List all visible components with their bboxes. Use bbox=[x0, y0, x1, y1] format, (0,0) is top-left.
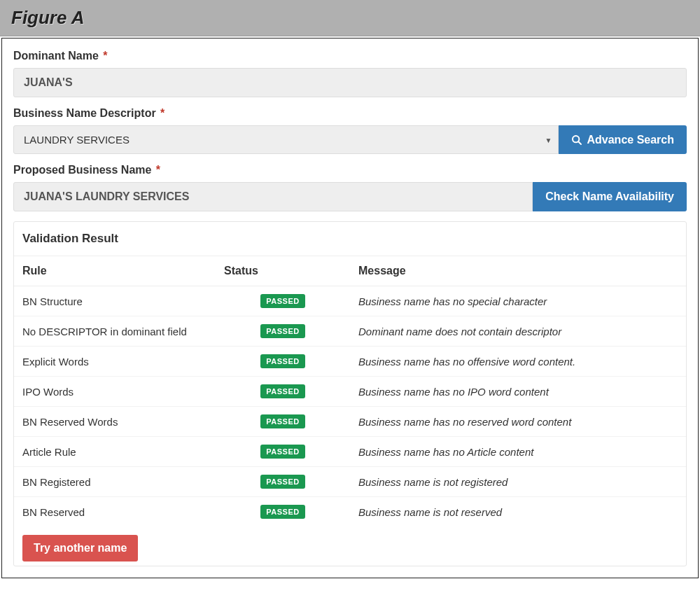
required-mark: * bbox=[160, 107, 164, 119]
status-badge: PASSED bbox=[260, 445, 304, 459]
search-icon bbox=[571, 134, 582, 146]
svg-line-1 bbox=[578, 141, 581, 144]
try-another-name-button[interactable]: Try another name bbox=[22, 535, 138, 561]
dominant-name-group: Dominant Name * bbox=[13, 50, 687, 97]
required-mark: * bbox=[103, 50, 107, 62]
proposed-name-input[interactable]: JUANA'S LAUNDRY SERVICES bbox=[13, 182, 533, 211]
rule-cell: BN Reserved Words bbox=[14, 407, 216, 437]
table-row: BN Reserved WordsPASSEDBusiness name has… bbox=[14, 407, 686, 437]
table-row: IPO WordsPASSEDBusiness name has no IPO … bbox=[14, 377, 686, 407]
table-row: Explicit WordsPASSEDBusiness name has no… bbox=[14, 347, 686, 377]
col-header-message: Message bbox=[350, 256, 686, 286]
table-row: BN StructurePASSEDBusiness name has no s… bbox=[14, 286, 686, 316]
status-badge: PASSED bbox=[260, 324, 304, 338]
descriptor-group: Business Name Descriptor * LAUNDRY SERVI… bbox=[13, 107, 687, 154]
col-header-status: Status bbox=[216, 256, 350, 286]
rule-cell: No DESCRIPTOR in dominant field bbox=[14, 316, 216, 347]
rule-cell: Explicit Words bbox=[14, 347, 216, 377]
check-availability-button[interactable]: Check Name Availability bbox=[533, 182, 687, 211]
status-cell: PASSED bbox=[216, 407, 350, 437]
try-another-name-label: Try another name bbox=[34, 542, 127, 554]
message-cell: Business name has no reserved word conte… bbox=[350, 407, 686, 437]
status-cell: PASSED bbox=[216, 316, 350, 347]
validation-result-title: Validation Result bbox=[14, 222, 686, 256]
status-cell: PASSED bbox=[216, 437, 350, 467]
rule-cell: Article Rule bbox=[14, 437, 216, 467]
table-row: No DESCRIPTOR in dominant fieldPASSEDDom… bbox=[14, 316, 686, 347]
message-cell: Business name has no offensive word cont… bbox=[350, 347, 686, 377]
validation-table: Rule Status Message BN StructurePASSEDBu… bbox=[14, 256, 686, 526]
rule-cell: BN Structure bbox=[14, 286, 216, 316]
proposed-name-label-text: Proposed Business Name bbox=[13, 164, 151, 176]
message-cell: Business name has no Article content bbox=[350, 437, 686, 467]
col-header-rule: Rule bbox=[14, 256, 216, 286]
advance-search-label: Advance Search bbox=[587, 134, 674, 146]
status-cell: PASSED bbox=[216, 467, 350, 497]
descriptor-select[interactable]: LAUNDRY SERVICES bbox=[13, 125, 559, 154]
advance-search-button[interactable]: Advance Search bbox=[559, 125, 687, 154]
form-panel: Dominant Name * Business Name Descriptor… bbox=[1, 38, 699, 578]
status-badge: PASSED bbox=[260, 475, 304, 489]
status-badge: PASSED bbox=[260, 414, 304, 428]
status-badge: PASSED bbox=[260, 354, 304, 368]
status-cell: PASSED bbox=[216, 286, 350, 316]
proposed-name-label: Proposed Business Name * bbox=[13, 164, 687, 176]
descriptor-select-wrap: LAUNDRY SERVICES ▼ bbox=[13, 125, 559, 154]
status-badge: PASSED bbox=[260, 505, 304, 519]
check-availability-label: Check Name Availability bbox=[545, 190, 674, 203]
status-cell: PASSED bbox=[216, 347, 350, 377]
dominant-name-input[interactable] bbox=[13, 68, 687, 97]
rule-cell: BN Registered bbox=[14, 467, 216, 497]
status-badge: PASSED bbox=[260, 294, 304, 308]
descriptor-label: Business Name Descriptor * bbox=[13, 107, 687, 120]
proposed-name-group: Proposed Business Name * JUANA'S LAUNDRY… bbox=[13, 164, 687, 211]
figure-header: Figure A bbox=[0, 0, 700, 36]
rule-cell: IPO Words bbox=[14, 377, 216, 407]
descriptor-label-text: Business Name Descriptor bbox=[13, 107, 156, 119]
status-cell: PASSED bbox=[216, 377, 350, 407]
rule-cell: BN Reserved bbox=[14, 497, 216, 527]
figure-title: Figure A bbox=[11, 7, 84, 28]
dominant-name-label-text: Dominant Name bbox=[13, 50, 99, 62]
required-mark: * bbox=[156, 164, 160, 176]
message-cell: Dominant name does not contain descripto… bbox=[350, 316, 686, 347]
table-row: BN RegisteredPASSEDBusiness name is not … bbox=[14, 467, 686, 497]
status-cell: PASSED bbox=[216, 497, 350, 527]
status-badge: PASSED bbox=[260, 384, 304, 398]
message-cell: Business name has no IPO word content bbox=[350, 377, 686, 407]
dominant-name-label: Dominant Name * bbox=[13, 50, 687, 62]
validation-header-row: Rule Status Message bbox=[14, 256, 686, 286]
message-cell: Business name is not reserved bbox=[350, 497, 686, 527]
table-row: BN ReservedPASSEDBusiness name is not re… bbox=[14, 497, 686, 527]
message-cell: Business name is not registered bbox=[350, 467, 686, 497]
table-row: Article RulePASSEDBusiness name has no A… bbox=[14, 437, 686, 467]
validation-result-card: Validation Result Rule Status Message BN… bbox=[13, 221, 687, 566]
validation-footer: Try another name bbox=[14, 526, 686, 566]
message-cell: Business name has no special character bbox=[350, 286, 686, 316]
